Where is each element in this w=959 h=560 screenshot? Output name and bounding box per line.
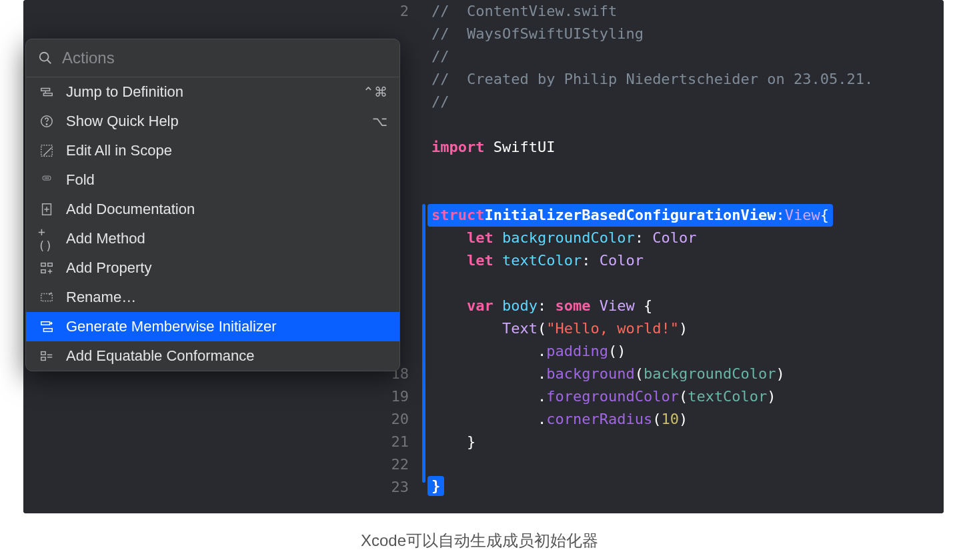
keyword-import: import [431,139,484,155]
menu-item-edit-all-in-scope[interactable]: Edit All in Scope [26,136,399,165]
actions-popup: Jump to Definition ⌃⌘ Show Quick Help ⌥ … [25,39,400,371]
eq-icon [38,347,55,365]
help-icon [38,113,55,130]
menu-item-jump-to-definition[interactable]: Jump to Definition ⌃⌘ [26,77,399,107]
menu-item-fold[interactable]: Fold [26,165,399,195]
type-name: Color [652,229,696,246]
menu-item-label: Jump to Definition [66,83,363,101]
type-name: Text [502,320,538,337]
menu-item-shortcut: ⌃⌘ [363,84,387,100]
property-name: body [502,297,538,314]
type-name: View [600,297,635,314]
menu-item-add-property[interactable]: Add Property [26,253,399,283]
svg-rect-2 [41,89,50,91]
menu-item-label: Add Method [66,230,387,247]
code-comment: // [431,93,449,110]
code-comment: // [431,48,449,65]
adddoc-icon [38,201,55,218]
prop-icon [38,259,55,277]
code-comment: // Created by Philip Niedertscheider on … [431,71,873,87]
svg-rect-16 [41,270,45,273]
menu-item-rename[interactable]: Rename… [26,283,399,312]
menu-item-label: Add Equatable Conformance [66,347,387,365]
search-icon [38,51,53,65]
menu-item-label: Rename… [66,289,387,306]
type-name: InitializerBasedConfigurationView [484,204,776,227]
menu-item-add-documentation[interactable]: Add Documentation [26,195,399,224]
method-icon: +() [38,230,55,247]
svg-point-0 [40,53,49,61]
rename-icon [38,289,55,306]
svg-point-9 [46,178,47,179]
method-call: foregroundColor [546,388,679,405]
line-number: 21 [391,431,409,453]
svg-rect-23 [41,357,45,361]
keyword-let: let [467,252,494,269]
keyword-let: let [467,229,494,246]
menu-item-label: Add Property [66,259,387,277]
keyword-struct: struct [431,204,484,227]
menu-item-label: Generate Memberwise Initializer [66,318,387,335]
fold-icon [38,171,55,189]
svg-point-10 [48,178,49,179]
menu-item-label: Add Documentation [66,201,387,218]
line-number: 22 [391,453,409,476]
type-name: Color [600,252,644,269]
svg-rect-3 [43,93,52,96]
svg-line-1 [47,60,51,64]
protocol-name: View [785,204,820,227]
svg-rect-20 [41,322,50,325]
init-icon [38,318,55,335]
code-comment: // WaysOfSwiftUIStyling [431,25,644,42]
svg-point-5 [46,124,47,125]
module-name: SwiftUI [494,139,556,155]
highlighted-declaration[interactable]: struct InitializerBasedConfigurationView… [427,204,833,227]
fold-ribbon [422,204,425,483]
menu-item-label: Edit All in Scope [66,142,387,159]
argument: textColor [688,388,767,405]
method-call: padding [546,343,608,359]
menu-item-label: Show Quick Help [66,113,372,130]
svg-rect-6 [41,145,53,157]
code-content[interactable]: // ContentView.swift // WaysOfSwiftUISty… [415,0,944,513]
line-number: 19 [391,385,409,408]
svg-point-8 [45,178,45,179]
property-name: textColor [502,252,582,269]
image-caption: Xcode可以自动生成成员初始化器 [0,530,959,551]
argument: backgroundColor [644,365,776,382]
method-call: cornerRadius [546,411,652,427]
closing-brace-highlight: } [427,476,444,496]
code-comment: // ContentView.swift [431,3,617,19]
number-literal: 10 [661,411,679,427]
menu-item-label: Fold [66,171,387,189]
property-name: backgroundColor [502,229,635,246]
line-number: 2 [391,0,409,23]
string-literal: "Hello, world!" [546,320,679,337]
keyword-some: some [555,297,590,314]
jump-icon [38,83,55,101]
svg-rect-22 [41,352,45,355]
method-call: background [546,365,634,382]
keyword-var: var [467,297,494,314]
scope-icon [38,142,55,159]
menu-item-add-method[interactable]: +() Add Method [26,224,399,253]
actions-search-input[interactable] [62,49,387,67]
line-number: 20 [391,408,409,431]
svg-rect-19 [41,294,53,301]
actions-menu-list: Jump to Definition ⌃⌘ Show Quick Help ⌥ … [26,77,399,371]
menu-item-shortcut: ⌥ [372,113,387,129]
svg-rect-14 [41,263,45,267]
actions-search-row [26,39,399,77]
line-number: 23 [391,476,409,499]
menu-item-generate-memberwise-initializer[interactable]: Generate Memberwise Initializer [26,312,399,341]
svg-rect-21 [43,329,52,332]
svg-rect-15 [48,263,52,267]
menu-item-show-quick-help[interactable]: Show Quick Help ⌥ [26,107,399,136]
menu-item-add-equatable-conformance[interactable]: Add Equatable Conformance [26,341,399,371]
